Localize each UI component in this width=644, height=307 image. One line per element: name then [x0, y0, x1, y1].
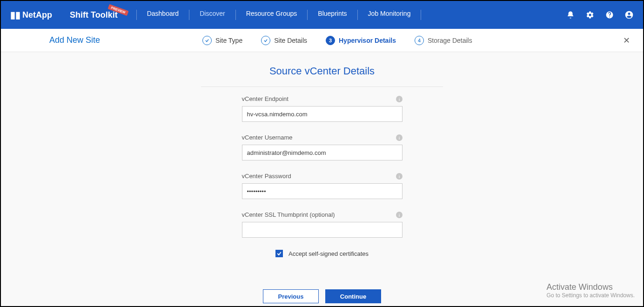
brand-logo: ▮▮ NetApp — [10, 9, 52, 20]
page-title: Add New Site — [49, 35, 100, 45]
wizard-header: Add New Site Site Type Site Details 3 Hy… — [1, 29, 643, 52]
wizard-steps: Site Type Site Details 3 Hypervisor Deta… — [202, 36, 472, 45]
help-icon[interactable] — [605, 10, 614, 20]
wizard-content: Source vCenter Details vCenter Endpoint … — [1, 52, 643, 306]
info-icon[interactable]: i — [396, 173, 402, 180]
nav-separator — [421, 10, 421, 20]
field-password: vCenter Password i — [242, 173, 402, 199]
vcenter-form: vCenter Endpoint i vCenter Username i vC… — [242, 95, 402, 257]
nav-blueprints[interactable]: Blueprints — [308, 10, 357, 20]
watermark-title: Activate Windows — [547, 282, 635, 292]
user-icon[interactable] — [624, 10, 634, 20]
step-number: 4 — [415, 36, 424, 45]
nav-job-monitoring[interactable]: Job Monitoring — [358, 10, 421, 20]
field-thumbprint: vCenter SSL Thumbprint (optional) i — [242, 211, 402, 238]
step-site-type[interactable]: Site Type — [202, 36, 242, 45]
gear-icon[interactable] — [585, 10, 595, 20]
check-icon — [202, 36, 212, 45]
svg-text:i: i — [398, 174, 399, 179]
svg-text:i: i — [398, 135, 399, 140]
product-name: Shift Toolkit PREVIEW — [70, 10, 118, 20]
accept-self-signed-row: Accept self-signed certificates — [242, 250, 402, 257]
field-label: vCenter Username — [242, 134, 293, 141]
nav-dashboard[interactable]: Dashboard — [137, 10, 189, 20]
nav-resource-groups[interactable]: Resource Groups — [236, 10, 308, 20]
step-site-details[interactable]: Site Details — [261, 36, 307, 45]
brand-mark-icon: ▮▮ — [10, 9, 20, 20]
top-header: ▮▮ NetApp Shift Toolkit PREVIEW Dashboar… — [1, 1, 643, 29]
field-label: vCenter SSL Thumbprint (optional) — [242, 211, 335, 218]
close-icon[interactable]: ✕ — [619, 33, 634, 47]
continue-button[interactable]: Continue — [325, 289, 381, 303]
watermark-sub: Go to Settings to activate Windows. — [547, 292, 635, 299]
accept-self-signed-checkbox[interactable] — [275, 250, 283, 257]
step-storage-details[interactable]: 4 Storage Details — [415, 36, 472, 45]
accept-self-signed-label: Accept self-signed certificates — [288, 250, 369, 257]
field-label: vCenter Password — [242, 173, 291, 180]
step-number: 3 — [326, 36, 335, 45]
step-label: Hypervisor Details — [339, 37, 396, 44]
vcenter-username-input[interactable] — [242, 145, 402, 160]
info-icon[interactable]: i — [396, 212, 402, 218]
step-hypervisor-details[interactable]: 3 Hypervisor Details — [326, 36, 396, 45]
vcenter-thumbprint-input[interactable] — [242, 222, 402, 238]
svg-text:i: i — [398, 96, 399, 101]
info-icon[interactable]: i — [396, 96, 402, 102]
primary-nav: Dashboard Discover Resource Groups Bluep… — [136, 10, 422, 20]
step-label: Site Type — [215, 37, 242, 44]
field-endpoint: vCenter Endpoint i — [242, 95, 402, 122]
previous-button[interactable]: Previous — [263, 289, 319, 303]
field-label: vCenter Endpoint — [242, 95, 288, 102]
svg-text:i: i — [398, 212, 399, 217]
windows-activation-watermark: Activate Windows Go to Settings to activ… — [547, 282, 635, 299]
vcenter-password-input[interactable] — [242, 183, 402, 199]
panel-title: Source vCenter Details — [269, 65, 375, 77]
product-label: Shift Toolkit — [70, 10, 118, 20]
brand-name: NetApp — [22, 10, 52, 20]
step-label: Storage Details — [428, 37, 472, 44]
header-actions — [566, 10, 634, 20]
step-label: Site Details — [274, 37, 307, 44]
bell-icon[interactable] — [566, 10, 575, 20]
vcenter-endpoint-input[interactable] — [242, 106, 402, 122]
divider — [201, 87, 443, 87]
field-username: vCenter Username i — [242, 134, 402, 160]
info-icon[interactable]: i — [396, 134, 402, 141]
nav-discover[interactable]: Discover — [189, 10, 235, 20]
check-icon — [261, 36, 270, 45]
